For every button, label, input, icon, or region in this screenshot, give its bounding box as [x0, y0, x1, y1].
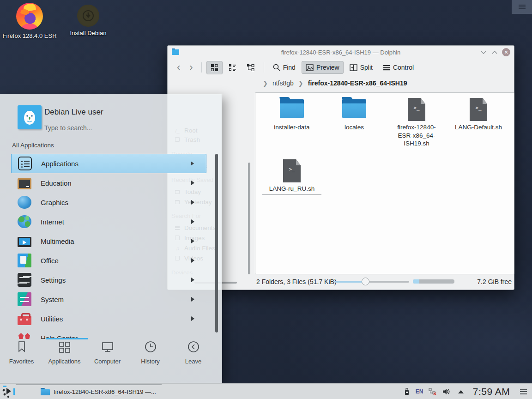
launcher-item-utilities[interactable]: Utilities [11, 309, 206, 328]
desktop-icon-firefox[interactable]: Firefox 128.4.0 ESR [2, 3, 57, 39]
dolphin-toolbar: ‹ › Find Preview Split Control [168, 59, 514, 76]
launcher-item-help-center[interactable]: Help Center [11, 328, 206, 339]
window-title: firefox-12840-ESR-x86_64-ISH19 — Dolphin [168, 49, 514, 56]
file-item-installer-data[interactable]: installer-data [262, 99, 321, 132]
section-label: All Applications [12, 142, 54, 149]
clock-icon [144, 340, 157, 353]
system-tray: EN 7:59 AM [401, 384, 532, 399]
submenu-arrow-icon [191, 316, 194, 321]
find-label: Find [283, 64, 296, 71]
launcher-item-settings[interactable]: Settings [11, 270, 206, 290]
minimize-button[interactable] [480, 48, 487, 56]
icons-view-button[interactable] [206, 61, 223, 74]
launcher-item-system[interactable]: System [11, 290, 206, 309]
tab-computer[interactable]: Computer [86, 338, 129, 368]
find-button[interactable]: Find [269, 61, 300, 74]
system-icon [18, 292, 31, 306]
split-button[interactable]: Split [345, 61, 377, 74]
file-view[interactable]: installer-data locales firefox-12840-ESR… [255, 92, 514, 274]
launcher-item-education[interactable]: Education [11, 173, 206, 193]
details-view-button[interactable] [242, 61, 259, 74]
internet-icon [18, 215, 31, 228]
leave-icon [187, 340, 200, 353]
icons-view-icon [211, 64, 218, 72]
removable-device-tray-icon[interactable] [401, 388, 413, 395]
file-item-lang-default[interactable]: LANG-Default.sh [449, 99, 508, 132]
desktop-toolbox-button[interactable] [512, 0, 532, 14]
applications-icon [18, 157, 32, 170]
file-item-lang-ru[interactable]: LANG-ru_RU.sh [262, 161, 321, 195]
control-button[interactable]: Control [379, 61, 418, 74]
submenu-arrow-icon [191, 200, 194, 205]
file-item-firefox-script[interactable]: firefox-12840-ESR-x86_64-ISH19.sh [387, 99, 446, 148]
application-launcher-button[interactable] [1, 385, 15, 399]
search-input[interactable]: Type to search... [44, 124, 92, 132]
task-label: firefox-12840-ESR-x86_64-ISH19 —... [54, 388, 156, 395]
panel-settings-button[interactable] [514, 388, 532, 395]
details-view-icon [247, 64, 255, 72]
focus-underline [262, 194, 321, 195]
chevron-right-icon: ❯ [298, 80, 303, 87]
keyboard-layout-indicator[interactable]: EN [413, 388, 426, 395]
launcher-item-multimedia[interactable]: Multimedia [11, 231, 206, 251]
tab-applications[interactable]: Applications [43, 338, 86, 368]
application-launcher: Debian Live user Type to search... All A… [0, 94, 222, 383]
taskbar: firefox-12840-ESR-x86_64-ISH19 —... EN 7… [0, 383, 532, 399]
maximize-button[interactable] [491, 48, 498, 56]
back-button[interactable]: ‹ [173, 62, 184, 73]
compact-view-button[interactable] [224, 61, 241, 74]
launcher-item-office[interactable]: Office [11, 251, 206, 270]
volume-tray-icon[interactable] [440, 388, 453, 395]
settings-icon [18, 273, 31, 287]
launcher-item-applications[interactable]: Applications [11, 154, 206, 173]
submenu-arrow-icon [191, 278, 194, 282]
hamburger-icon [520, 388, 527, 395]
launcher-item-graphics[interactable]: Graphics [11, 193, 206, 212]
chevron-up-icon [458, 390, 464, 393]
close-button[interactable]: ✕ [502, 48, 510, 56]
submenu-arrow-icon [191, 239, 194, 243]
shell-script-icon [466, 99, 491, 121]
tab-favorites[interactable]: Favorites [0, 338, 43, 368]
bookmark-icon [16, 340, 28, 353]
preview-icon [306, 64, 314, 71]
shell-script-icon [404, 99, 429, 121]
taskbar-task-dolphin[interactable]: firefox-12840-ESR-x86_64-ISH19 —... [16, 384, 181, 399]
shell-script-icon [279, 161, 305, 182]
places-vertical-scrollbar[interactable] [248, 163, 250, 274]
monitor-icon [101, 340, 114, 353]
launcher-item-internet[interactable]: Internet [11, 212, 206, 231]
expand-tray-button[interactable] [453, 390, 468, 393]
user-avatar[interactable] [18, 105, 42, 129]
desktop-icon-label: Install Debian [60, 30, 116, 36]
breadcrumb-ntfs8gb[interactable]: ntfs8gb [272, 79, 294, 87]
submenu-arrow-icon [191, 297, 194, 302]
split-icon [350, 64, 357, 71]
tab-history[interactable]: History [129, 338, 172, 368]
launcher-icon [1, 385, 15, 399]
status-summary: 2 Folders, 3 Files (51.7 KiB) [256, 278, 337, 285]
launcher-list: Applications Education Graphics Internet… [0, 153, 222, 339]
free-space-label: 7.2 GiB free [477, 278, 512, 285]
compact-view-icon [229, 64, 236, 72]
folder-icon [41, 388, 50, 395]
breadcrumb-current[interactable]: firefox-12840-ESR-x86_64-ISH19 [308, 79, 407, 87]
forward-button[interactable]: › [186, 62, 196, 73]
chevron-right-icon: ❯ [263, 80, 268, 87]
file-item-locales[interactable]: locales [325, 99, 384, 132]
preview-button[interactable]: Preview [302, 61, 344, 74]
office-icon [18, 254, 31, 267]
search-icon [273, 64, 280, 71]
utilities-icon [18, 316, 31, 325]
dolphin-titlebar[interactable]: firefox-12840-ESR-x86_64-ISH19 — Dolphin… [168, 46, 514, 59]
digital-clock[interactable]: 7:59 AM [468, 386, 514, 397]
desktop-icon-install-debian[interactable]: Install Debian [60, 3, 116, 36]
launcher-scrollbar[interactable] [215, 154, 218, 332]
zoom-slider[interactable] [334, 281, 409, 283]
tab-leave[interactable]: Leave [172, 338, 215, 368]
network-disconnected-tray-icon[interactable] [426, 388, 440, 395]
submenu-arrow-icon [191, 219, 194, 224]
zoom-slider-handle[interactable] [362, 278, 369, 285]
education-icon [18, 178, 31, 189]
breadcrumb: ❯ ntfs8gb ❯ firefox-12840-ESR-x86_64-ISH… [168, 76, 514, 90]
